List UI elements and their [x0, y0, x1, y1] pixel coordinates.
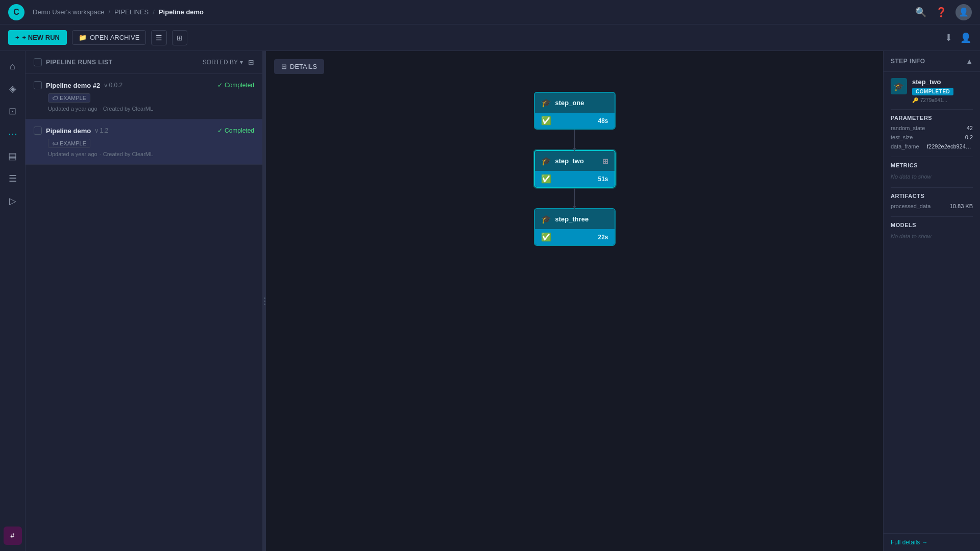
- artifact-row: processed_data 10.83 KB: [891, 203, 973, 209]
- resizer-dot: [264, 297, 265, 299]
- step-status-badge: COMPLETED: [912, 88, 953, 95]
- runs-panel: PIPELINE RUNS LIST SORTED BY ▾ ⊟ Pipelin…: [26, 51, 263, 551]
- param-key: data_frame: [891, 143, 919, 149]
- check-icon: ✓: [217, 82, 223, 89]
- node-label: step_two: [555, 157, 584, 165]
- step-name-info: step_two COMPLETED 🔑 7279a641...: [912, 78, 953, 103]
- sidebar-item-orchestration[interactable]: ▷: [4, 192, 22, 210]
- workspace-label: Demo User's workspace: [33, 8, 104, 16]
- node-header: 🎓 step_three: [535, 209, 615, 229]
- tag-icon: 🏷: [52, 95, 58, 101]
- models-section: MODELS No data to show: [891, 222, 973, 240]
- sidebar-item-experiments[interactable]: ◈: [4, 80, 22, 98]
- resizer-dot: [264, 300, 265, 302]
- parameters-title: PARAMETERS: [891, 115, 973, 121]
- select-all-checkbox[interactable]: [34, 58, 42, 66]
- toolbar-download-icon[interactable]: ⬇: [942, 32, 954, 44]
- sidebar-item-pipelines[interactable]: ⋯: [4, 124, 22, 143]
- tag-icon: 🏷: [52, 140, 58, 146]
- pipeline-node-step-one[interactable]: 🎓 step_one ✅ 48s: [534, 92, 616, 130]
- check-icon: ✓: [217, 127, 223, 134]
- header-right: 🔍 ❓ 👤: [915, 4, 972, 20]
- toolbar-right: ⬇ 👤: [942, 32, 972, 44]
- divider: [891, 157, 973, 157]
- param-key: test_size: [891, 134, 913, 140]
- sidebar-item-reports[interactable]: ☰: [4, 169, 22, 188]
- help-icon[interactable]: ❓: [935, 6, 947, 18]
- run-checkbox[interactable]: [34, 127, 42, 135]
- run-status: ✓ Completed: [217, 82, 254, 89]
- new-run-button[interactable]: + + NEW RUN: [8, 30, 67, 45]
- canvas-area: ⊟ DETAILS 🎓 step_one ✅ 48s 🎓 st: [266, 51, 883, 551]
- divider: [891, 187, 973, 188]
- run-meta: Updated a year ago · Created by ClearML: [48, 106, 254, 112]
- left-nav: ⌂ ◈ ⊡ ⋯ ▤ ☰ ▷ #: [0, 51, 26, 551]
- param-value: 0.2: [965, 134, 973, 140]
- param-key: random_state: [891, 125, 925, 131]
- step-name-row: 🎓 step_two COMPLETED 🔑 7279a641...: [891, 78, 973, 103]
- divider: [891, 109, 973, 110]
- pipeline-node-step-three[interactable]: 🎓 step_three ✅ 22s: [534, 208, 616, 246]
- sidebar-item-datasets[interactable]: ▤: [4, 147, 22, 165]
- models-title: MODELS: [891, 222, 973, 228]
- run-checkbox[interactable]: [34, 81, 42, 89]
- search-icon[interactable]: 🔍: [915, 6, 927, 18]
- connector: [574, 188, 575, 208]
- node-action-icon[interactable]: ⊞: [602, 157, 608, 165]
- open-archive-button[interactable]: 📁 OPEN ARCHIVE: [72, 30, 146, 45]
- models-no-data: No data to show: [891, 233, 932, 239]
- pipeline-flow: 🎓 step_one ✅ 48s 🎓 step_two ⊞ ✅ 51: [534, 92, 616, 246]
- node-check-icon: ✅: [541, 232, 551, 242]
- metrics-title: METRICS: [891, 162, 973, 168]
- run-name: Pipeline demo #2: [46, 82, 100, 89]
- node-check-icon: ✅: [541, 174, 551, 184]
- pipelines-label: PIPELINES: [114, 8, 149, 16]
- param-row: random_state 42: [891, 125, 973, 131]
- run-item[interactable]: Pipeline demo v 1.2 ✓ Completed 🏷 EXAMPL…: [26, 119, 262, 165]
- node-task-icon: 🎓: [541, 156, 551, 166]
- sidebar-item-home[interactable]: ⌂: [4, 57, 22, 76]
- node-task-icon: 🎓: [541, 98, 551, 108]
- node-footer: ✅ 51s: [535, 171, 615, 187]
- node-label: step_three: [555, 215, 589, 223]
- sort-button[interactable]: SORTED BY ▾: [203, 59, 243, 66]
- grid-view-icon: ⊞: [177, 34, 183, 42]
- sort-chevron-icon: ▾: [240, 59, 243, 66]
- node-header: 🎓 step_one: [535, 93, 615, 113]
- step-info-content: 🎓 step_two COMPLETED 🔑 7279a641... PARAM…: [884, 72, 980, 253]
- param-value: 42: [967, 125, 973, 131]
- toolbar-user-icon[interactable]: 👤: [960, 32, 972, 44]
- pipeline-node-step-two[interactable]: 🎓 step_two ⊞ ✅ 51s: [534, 150, 616, 188]
- runs-panel-title: PIPELINE RUNS LIST: [46, 59, 112, 66]
- logo[interactable]: C: [8, 4, 24, 20]
- run-item-header: Pipeline demo #2 v 0.0.2 ✓ Completed: [34, 81, 254, 89]
- sidebar-item-models[interactable]: ⊡: [4, 102, 22, 120]
- breadcrumb-sep1: /: [108, 8, 110, 16]
- toolbar: + + NEW RUN 📁 OPEN ARCHIVE ☰ ⊞ ⬇ 👤: [0, 24, 980, 51]
- full-details-link[interactable]: Full details →: [884, 533, 980, 551]
- run-tag: 🏷 EXAMPLE: [48, 93, 90, 103]
- view-list-button[interactable]: ☰: [151, 30, 167, 45]
- slack-icon[interactable]: #: [4, 527, 22, 545]
- step-info-panel: STEP INFO ▲ 🎓 step_two COMPLETED 🔑 7279a…: [883, 51, 980, 551]
- run-status: ✓ Completed: [217, 127, 254, 134]
- step-info-title: STEP INFO: [891, 58, 925, 65]
- new-run-plus-icon: +: [15, 34, 19, 41]
- avatar[interactable]: 👤: [955, 4, 972, 20]
- step-icon-box: 🎓: [891, 78, 907, 94]
- current-page-label: Pipeline demo: [159, 8, 204, 16]
- filter-icon[interactable]: ⊟: [248, 58, 254, 66]
- node-check-icon: ✅: [541, 116, 551, 126]
- view-grid-button[interactable]: ⊞: [172, 30, 187, 45]
- step-name: step_two: [912, 78, 953, 86]
- details-tab[interactable]: ⊟ DETAILS: [274, 59, 324, 74]
- collapse-button[interactable]: ▲: [966, 57, 973, 65]
- artifact-value: 10.83 KB: [950, 203, 973, 209]
- run-item[interactable]: Pipeline demo #2 v 0.0.2 ✓ Completed 🏷 E…: [26, 74, 262, 119]
- divider: [891, 216, 973, 217]
- breadcrumb: Demo User's workspace / PIPELINES / Pipe…: [33, 8, 204, 16]
- run-version: v 1.2: [95, 127, 108, 134]
- run-tag: 🏷 EXAMPLE: [48, 139, 90, 148]
- run-item-header: Pipeline demo v 1.2 ✓ Completed: [34, 127, 254, 135]
- node-header: 🎓 step_two ⊞: [535, 151, 615, 171]
